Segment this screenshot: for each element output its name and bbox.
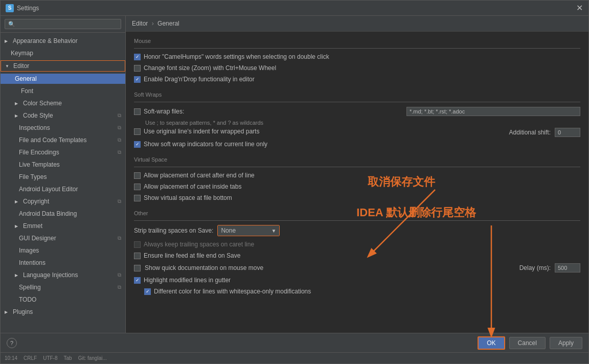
originalindent-text: Use original line's indent for wrapped p…	[144, 128, 259, 135]
tree-item-colorscheme[interactable]: ▶ Color Scheme	[1, 97, 125, 109]
help-button[interactable]: ?	[7, 338, 17, 348]
tree-item-androidlayout[interactable]: Android Layout Editor	[1, 183, 125, 195]
quickdoc-text: Show quick documentation on mouse move	[145, 264, 515, 271]
highlightmodified-checkbox[interactable]	[134, 277, 141, 284]
keeptrailing-text: Always keep trailing spaces on caret lin…	[144, 241, 580, 248]
tree-item-row-colorscheme[interactable]: ▶ Color Scheme	[1, 98, 125, 108]
diffcolorwhitespace-text: Different color for lines with whitespac…	[154, 288, 580, 295]
diffcolorwhitespace-checkbox[interactable]	[144, 288, 151, 295]
right-panel: Editor › General Mouse Honor "CamelHumps…	[126, 16, 588, 333]
quickdoc-row: Show quick documentation on mouse move D…	[134, 263, 580, 273]
tree-item-emmet[interactable]: ▶ Emmet	[1, 220, 125, 232]
cancel-button[interactable]: Cancel	[509, 337, 546, 349]
keeptrailing-checkbox[interactable]	[134, 241, 141, 248]
tree-item-row-plugins[interactable]: ▶ Plugins	[1, 307, 125, 317]
tree-item-filecodetemplate[interactable]: File and Code Templates ⧉	[1, 134, 125, 146]
tree-item-row-spelling[interactable]: Spelling ⧉	[1, 282, 125, 292]
tree-item-general[interactable]: General	[1, 73, 125, 85]
tree-item-row-editor[interactable]: ▼ Editor	[1, 60, 125, 72]
breadcrumb: Editor › General	[126, 16, 588, 32]
softwrap-files-input[interactable]	[406, 107, 580, 116]
virtualspace-section-label: Virtual Space	[134, 156, 580, 163]
caretafterend-checkbox[interactable]	[134, 172, 141, 179]
tree-item-row-androiddatabinding[interactable]: Android Data Binding	[1, 209, 125, 219]
tree-item-row-general[interactable]: General	[1, 74, 125, 84]
virtualatbottom-checkbox[interactable]	[134, 195, 141, 201]
tree-item-appearance[interactable]: ▶ Appearance & Behavior	[1, 35, 125, 47]
caretinsidetabs-checkbox[interactable]	[134, 184, 141, 190]
softwrap-row: Soft-wrap files:	[134, 106, 580, 117]
tree-item-row-images[interactable]: Images	[1, 245, 125, 256]
linefeed-checkbox[interactable]	[134, 253, 141, 259]
original-indent-row: Use original line's indent for wrapped p…	[134, 128, 580, 137]
strip-trailing-dropdown-wrapper[interactable]: None All Modified lines ▼	[217, 225, 280, 236]
tree-item-guidesigner[interactable]: GUI Designer ⧉	[1, 232, 125, 244]
showindicators-checkbox[interactable]	[134, 141, 141, 148]
originalindent-checkbox[interactable]	[134, 128, 141, 135]
tree-item-row-livetemplates[interactable]: Live Templates	[1, 160, 125, 170]
tree-item-spelling[interactable]: Spelling ⧉	[1, 281, 125, 293]
fontzoom-checkbox[interactable]	[134, 65, 141, 72]
tree-item-row-todo[interactable]: TODO	[1, 294, 125, 305]
tree-item-row-copyright[interactable]: ▶ Copyright ⧉	[1, 196, 125, 207]
strip-trailing-row: Strip trailing spaces on Save: None All …	[134, 225, 580, 236]
close-button[interactable]: ✕	[575, 4, 583, 12]
tree-item-row-keymap[interactable]: Keymap	[1, 48, 125, 58]
tree-item-row-codestyle[interactable]: ▶ Code Style ⧉	[1, 110, 125, 121]
apply-button[interactable]: Apply	[550, 337, 582, 349]
tree-item-row-langinjections[interactable]: ▶ Language Injections ⧉	[1, 270, 125, 280]
delay-input[interactable]	[555, 263, 580, 272]
tree-item-fileencodings[interactable]: File Encodings ⧉	[1, 146, 125, 158]
tree-item-inspections[interactable]: Inspections ⧉	[1, 122, 125, 134]
tree-item-font[interactable]: Font	[1, 85, 125, 97]
tree-item-row-filecodetemplate[interactable]: File and Code Templates ⧉	[1, 135, 125, 145]
tree-item-langinjections[interactable]: ▶ Language Injections ⧉	[1, 269, 125, 281]
shift-input[interactable]	[555, 128, 580, 137]
tree-item-row-filetypes[interactable]: File Types	[1, 172, 125, 182]
tree-item-row-intentions[interactable]: Intentions	[1, 258, 125, 268]
breadcrumb-part2: General	[157, 20, 179, 27]
status-tab: Tab	[64, 355, 72, 361]
tree-item-plugins[interactable]: ▶ Plugins	[1, 306, 125, 318]
chevron-right-icon-cp: ▶	[15, 199, 21, 204]
tree-item-row-appearance[interactable]: ▶ Appearance & Behavior	[1, 36, 125, 46]
tree-item-codestyle[interactable]: ▶ Code Style ⧉	[1, 109, 125, 122]
tree-item-todo[interactable]: TODO	[1, 293, 125, 306]
settings-content: Mouse Honor "CamelHumps" words settings …	[126, 32, 588, 310]
tree-item-copyright[interactable]: ▶ Copyright ⧉	[1, 195, 125, 208]
tree-item-livetemplates[interactable]: Live Templates	[1, 158, 125, 171]
linefeed-text: Ensure line feed at file end on Save	[144, 252, 580, 259]
tree-item-row-fileencodings[interactable]: File Encodings ⧉	[1, 147, 125, 157]
tree-item-row-font[interactable]: Font	[1, 86, 125, 96]
tree-item-androiddatabinding[interactable]: Android Data Binding	[1, 208, 125, 220]
copy-icon-langinjections: ⧉	[118, 272, 121, 278]
tree-item-keymap[interactable]: Keymap	[1, 47, 125, 59]
strip-trailing-dropdown[interactable]: None All Modified lines	[218, 225, 279, 236]
chevron-down-icon: ▼	[5, 64, 11, 69]
tree-item-editor[interactable]: ▼ Editor	[1, 59, 125, 73]
ok-button[interactable]: OK	[478, 336, 505, 350]
tree-item-row-emmet[interactable]: ▶ Emmet	[1, 221, 125, 231]
dragdrop-checkbox[interactable]	[134, 76, 141, 83]
tree-item-row-guidesigner[interactable]: GUI Designer ⧉	[1, 233, 125, 243]
tree-item-filetypes[interactable]: File Types	[1, 171, 125, 183]
softwrap-checkbox[interactable]	[134, 108, 141, 115]
tree-item-intentions[interactable]: Intentions	[1, 257, 125, 269]
tree-item-images[interactable]: Images	[1, 244, 125, 257]
search-input[interactable]	[5, 19, 121, 29]
chevron-right-icon-li: ▶	[15, 273, 21, 278]
chevron-right-icon-code: ▶	[15, 113, 21, 118]
caretafterend-row: Allow placement of caret after end of li…	[134, 171, 580, 179]
strip-trailing-label: Strip trailing spaces on Save:	[134, 227, 213, 234]
sidebar: ▶ Appearance & Behavior Keymap ▼ Editor	[1, 16, 126, 333]
tree-item-row-inspections[interactable]: Inspections ⧉	[1, 123, 125, 133]
mouse-section-label: Mouse	[134, 38, 580, 44]
camelhumps-checkbox[interactable]	[134, 54, 141, 60]
caretinsidetabs-row: Allow placement of caret inside tabs	[134, 183, 580, 191]
copy-icon-guidesigner: ⧉	[118, 235, 121, 241]
settings-tree: ▶ Appearance & Behavior Keymap ▼ Editor	[1, 33, 125, 333]
main-content: ▶ Appearance & Behavior Keymap ▼ Editor	[1, 16, 588, 333]
copy-icon-fileencodings: ⧉	[118, 149, 121, 155]
quickdoc-checkbox[interactable]	[134, 265, 141, 271]
tree-item-row-androidlayout[interactable]: Android Layout Editor	[1, 184, 125, 194]
